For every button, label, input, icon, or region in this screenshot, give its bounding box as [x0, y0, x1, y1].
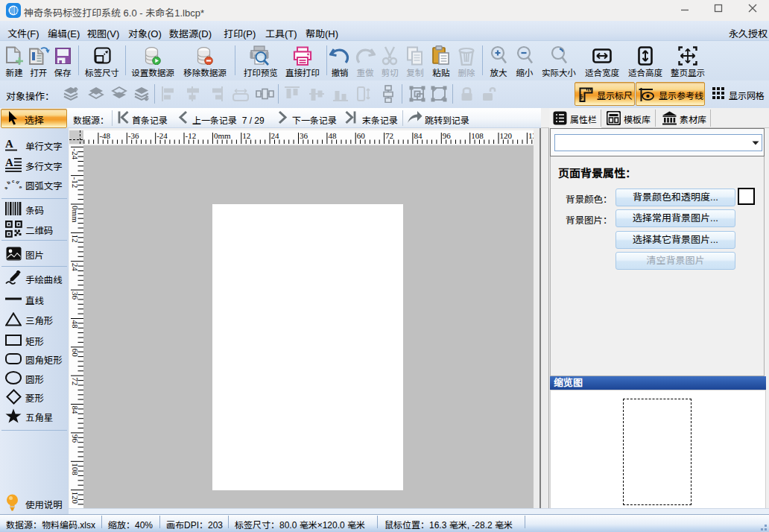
- svg-text:-24: -24: [156, 131, 168, 140]
- svg-text:48: 48: [71, 320, 80, 329]
- svg-text:84: 84: [71, 406, 80, 415]
- svg-text:-24: -24: [71, 148, 80, 159]
- svg-text:36: 36: [71, 291, 80, 300]
- svg-text:A: A: [5, 157, 13, 168]
- svg-text:24: 24: [71, 263, 80, 272]
- svg-text:108: 108: [71, 463, 80, 475]
- svg-text:0mm: 0mm: [71, 206, 80, 223]
- svg-text:e: e: [18, 185, 22, 190]
- svg-text:84: 84: [414, 131, 423, 140]
- svg-text:c: c: [12, 179, 15, 183]
- svg-text:-12: -12: [186, 131, 197, 140]
- svg-text:48: 48: [328, 131, 337, 140]
- svg-text:A: A: [5, 139, 13, 150]
- svg-text:72: 72: [385, 131, 393, 140]
- svg-text:b: b: [6, 180, 11, 185]
- svg-text:60: 60: [357, 131, 366, 140]
- svg-text:96: 96: [71, 434, 80, 443]
- svg-text:12: 12: [71, 234, 80, 242]
- svg-text:108: 108: [471, 131, 484, 140]
- svg-text:-12: -12: [71, 177, 80, 189]
- svg-text:24: 24: [271, 131, 280, 140]
- svg-text:72: 72: [71, 377, 80, 385]
- svg-text:120: 120: [500, 131, 513, 140]
- svg-text:-48: -48: [99, 131, 110, 140]
- svg-text:96: 96: [443, 131, 452, 140]
- svg-text:120: 120: [71, 492, 80, 504]
- svg-text:12: 12: [242, 131, 250, 140]
- svg-text:132: 132: [528, 131, 534, 140]
- svg-text:-36: -36: [128, 131, 139, 140]
- svg-text:60: 60: [71, 349, 80, 358]
- svg-text:a: a: [4, 185, 9, 189]
- svg-text:36: 36: [300, 131, 308, 140]
- svg-text:0mm: 0mm: [214, 131, 231, 140]
- svg-text:d: d: [15, 180, 20, 185]
